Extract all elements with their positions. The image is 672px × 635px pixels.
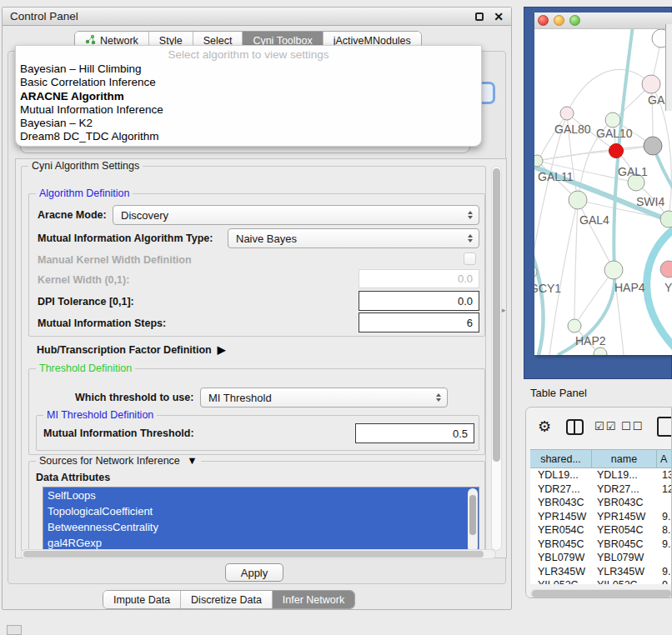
mac-close-icon[interactable] [538, 15, 549, 26]
table-row[interactable]: YER054CYER054C8. [530, 523, 672, 538]
network-node-gal4[interactable] [569, 191, 587, 209]
node-label-gal11: GAL11 [538, 170, 574, 183]
close-icon[interactable]: ✕ [494, 12, 504, 21]
network-node-gal80[interactable] [560, 107, 574, 120]
sources-title[interactable]: Sources for Network Inference ▼ [36, 455, 201, 467]
table-row[interactable]: YBL079WYBL079W [530, 551, 672, 565]
expand-right-icon[interactable]: ▶ [218, 343, 226, 356]
table-row[interactable]: YLR345WYLR345W9. [530, 565, 672, 579]
threshold-definition-title: Threshold Definition [36, 362, 135, 374]
column-header-name[interactable]: name [592, 450, 657, 468]
data-attributes-list[interactable]: SelfLoopsTopologicalCoefficientBetweenne… [43, 487, 479, 552]
settings-hscrollbar-thumb[interactable] [23, 551, 484, 558]
dpi-tolerance-field[interactable]: 0.0 [359, 291, 479, 311]
float-window-icon[interactable] [475, 12, 484, 21]
dpi-tolerance-label: DPI Tolerance [0,1]: [38, 296, 134, 308]
algorithm-option-bayesian-k2[interactable]: Bayesian – K2 [16, 117, 481, 130]
table-cell: 13 [657, 469, 672, 481]
hub-definition-toggle[interactable]: Hub/Transcription Factor Definition▶ [37, 343, 225, 356]
algorithm-definition-title: Algorithm Definition [36, 188, 133, 199]
algorithm-option-dream8-dc-tdc-algorithm[interactable]: Dream8 DC_TDC Algorithm [16, 130, 481, 143]
mi-steps-value: 6 [467, 317, 473, 329]
table-cell: YER054C [530, 524, 592, 536]
table-row[interactable]: YDR27...YDR27...12 [530, 482, 672, 497]
network-node[interactable] [609, 144, 624, 158]
splitter-arrow-icon[interactable]: ▸ [502, 306, 506, 314]
mac-zoom-icon[interactable] [569, 15, 580, 26]
settings-vertical-scrollbar[interactable] [491, 166, 502, 551]
algorithm-option-mutual-information-inference[interactable]: Mutual Information Inference [16, 103, 481, 117]
attribute-item-betweennesscentrality[interactable]: BetweennessCentrality [43, 519, 479, 535]
kernel-width-label: Kernel Width (0,1): [38, 274, 129, 286]
network-node-swi4[interactable] [660, 211, 672, 228]
deselect-all-checkboxes-icon[interactable]: ☐☐ [621, 420, 644, 432]
stepper-icon [468, 234, 473, 242]
kernel-width-field[interactable]: 0.0 [359, 269, 479, 288]
list-scrollbar[interactable] [468, 488, 478, 552]
which-threshold-label: Which threshold to use: [75, 392, 193, 403]
which-threshold-combo[interactable]: MI Threshold [200, 388, 448, 408]
settings-scrollbar-thumb[interactable] [493, 168, 500, 462]
table-cell: 12 [657, 483, 672, 495]
mac-minimize-icon[interactable] [554, 15, 564, 26]
algorithm-option-aracne-algorithm[interactable]: ARACNE Algorithm [16, 90, 481, 103]
table-hscrollbar-thumb[interactable] [532, 590, 671, 598]
table-row[interactable]: YDL19...YDL19...13 [530, 468, 672, 482]
columns-icon[interactable] [566, 419, 584, 435]
dpi-tolerance-value: 0.0 [458, 295, 473, 308]
network-node-gal[interactable] [642, 75, 660, 93]
network-node-y[interactable] [660, 261, 672, 278]
table-horizontal-scrollbar[interactable] [530, 589, 672, 598]
threshold-definition-group: Threshold Definition Which threshold to … [28, 368, 485, 455]
collapse-down-icon[interactable]: ▼ [187, 455, 197, 467]
algorithm-option-basic-correlation-inference[interactable]: Basic Correlation Inference [16, 76, 481, 89]
stepper-icon [468, 211, 473, 219]
aracne-mode-label: Aracne Mode: [38, 209, 107, 221]
network-canvas[interactable]: GALGAL80GAL10GAL1GAL11SWI4GAL4GCY1HAP4YH… [534, 29, 672, 355]
network-node-gal10[interactable] [605, 112, 620, 128]
export-table-icon[interactable] [657, 417, 672, 437]
table-cell: YLR345W [530, 566, 592, 578]
table-row[interactable]: YIL052CYIL052C9. [530, 578, 672, 584]
table-cell: YBR043C [530, 497, 592, 508]
column-header-shared-[interactable]: shared... [530, 450, 592, 468]
table-cell: YLR345W [592, 566, 657, 578]
settings-horizontal-scrollbar[interactable] [21, 549, 496, 559]
tab-infer-network[interactable]: Infer Network [272, 591, 354, 608]
mi-algorithm-type-combo[interactable]: Naive Bayes [228, 228, 479, 248]
network-node-hap2[interactable] [568, 319, 581, 332]
panel-title: Control Panel [10, 10, 475, 22]
minimized-panel-icon[interactable] [7, 625, 22, 635]
algorithm-option-bayesian-hill-climbing[interactable]: Bayesian – Hill Climbing [16, 62, 481, 76]
table-cell: YBR045C [592, 538, 657, 550]
node-label-swi4: SWI4 [636, 195, 664, 208]
list-scrollbar-thumb[interactable] [469, 495, 476, 535]
mi-threshold-definition-title: MI Threshold Definition [43, 409, 157, 421]
mi-threshold-field[interactable]: 0.5 [355, 423, 474, 443]
manual-kernel-checkbox[interactable] [464, 252, 476, 265]
table-row[interactable]: YBR043CYBR043C [530, 496, 672, 510]
tab-impute-data[interactable]: Impute Data [103, 591, 180, 608]
select-all-checkboxes-icon[interactable]: ☑☑ [594, 420, 617, 432]
tab-discretize-data[interactable]: Discretize Data [180, 591, 272, 608]
network-node-hap4[interactable] [604, 261, 623, 279]
manual-kernel-label: Manual Kernel Width Definition [38, 254, 192, 266]
table-header-row: shared...nameA [530, 450, 672, 468]
network-node-gal11[interactable] [534, 155, 543, 167]
network-view-window: GALGAL80GAL10GAL1GAL11SWI4GAL4GCY1HAP4YH… [524, 7, 672, 379]
mi-steps-field[interactable]: 6 [359, 312, 479, 332]
gear-icon[interactable]: ⚙ [538, 418, 551, 436]
attribute-item-topologicalcoefficient[interactable]: TopologicalCoefficient [43, 503, 479, 519]
apply-button[interactable]: Apply [225, 563, 283, 582]
network-node[interactable] [644, 137, 662, 155]
network-node[interactable] [594, 348, 607, 355]
table-row[interactable]: YPR145WYPR145W9. [530, 510, 672, 524]
network-scrollbar-strip[interactable] [665, 24, 672, 111]
node-label-hap2: HAP2 [575, 334, 606, 348]
column-header-a[interactable]: A [657, 450, 672, 468]
aracne-mode-combo[interactable]: Discovery [113, 205, 479, 225]
table-row[interactable]: YBR045CYBR045C9. [530, 538, 672, 552]
network-graph[interactable]: GALGAL80GAL10GAL1GAL11SWI4GAL4GCY1HAP4YH… [534, 29, 672, 355]
node-label-gal1: GAL1 [618, 165, 648, 178]
attribute-item-selfloops[interactable]: SelfLoops [43, 488, 479, 503]
